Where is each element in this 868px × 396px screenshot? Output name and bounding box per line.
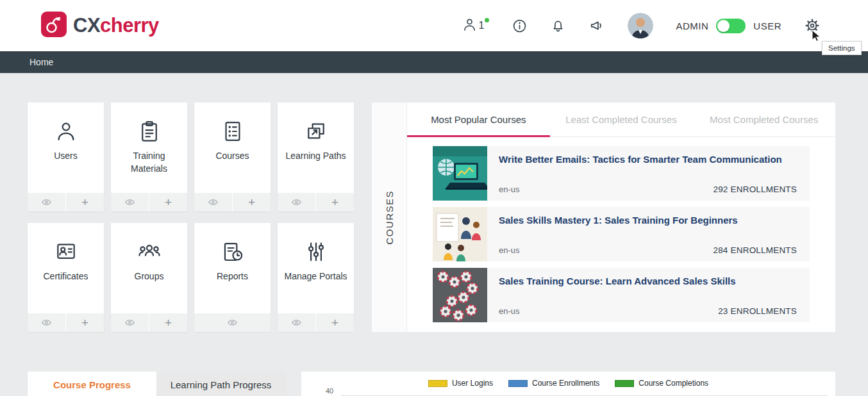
card-certificates: Certificates +: [28, 223, 104, 332]
add-training-material-button[interactable]: +: [149, 193, 187, 211]
groups-icon: [137, 240, 162, 264]
card-label: Learning Paths: [285, 149, 346, 162]
courses-side-rail: COURSES: [372, 103, 407, 332]
users-icon: [54, 119, 78, 144]
online-users-button[interactable]: 1: [462, 17, 490, 35]
add-learning-path-button[interactable]: +: [316, 193, 354, 211]
card-users-actions: +: [28, 193, 104, 211]
card-label: Certificates: [43, 270, 88, 283]
course-row[interactable]: Write Better Emails: Tactics for Smarter…: [433, 146, 810, 201]
card-courses-body[interactable]: Courses: [194, 103, 271, 193]
training-materials-icon: [137, 119, 162, 144]
view-courses-button[interactable]: [194, 193, 232, 211]
plus-icon: +: [81, 196, 88, 208]
settings-button[interactable]: [804, 17, 821, 34]
avatar[interactable]: [628, 13, 653, 38]
course-row[interactable]: Sales Skills Mastery 1: Sales Training F…: [433, 207, 810, 261]
tab-most-popular-courses[interactable]: Most Popular Courses: [407, 103, 550, 136]
eye-icon: [124, 197, 135, 208]
card-training-materials-body[interactable]: Training Materials: [111, 103, 187, 193]
top-bar: CXcherry 1: [0, 0, 868, 51]
tab-learning-path-progress[interactable]: Learning Path Progress: [156, 372, 285, 396]
role-toggle-group: ADMIN USER: [676, 19, 781, 33]
course-language: en-us: [499, 245, 520, 255]
legend-label: User Logins: [452, 379, 493, 388]
view-portals-button[interactable]: [278, 313, 315, 332]
legend-label: Course Completions: [638, 379, 708, 388]
eye-icon: [208, 197, 219, 208]
plus-icon: +: [331, 196, 338, 208]
tab-least-completed-courses[interactable]: Least Completed Courses: [550, 103, 693, 136]
view-certificates-button[interactable]: [28, 313, 65, 332]
view-users-button[interactable]: [28, 193, 65, 211]
add-course-button[interactable]: +: [233, 193, 271, 211]
view-groups-button[interactable]: [111, 313, 149, 332]
course-info: Write Better Emails: Tactics for Smarter…: [487, 146, 810, 201]
plus-icon: +: [165, 196, 172, 208]
eye-icon: [227, 317, 238, 328]
plus-icon: +: [331, 317, 338, 329]
card-label: Training Materials: [116, 149, 183, 176]
course-language: en-us: [499, 306, 520, 316]
card-learning-paths-body[interactable]: Learning Paths: [278, 103, 354, 193]
add-user-button[interactable]: +: [66, 193, 104, 211]
progress-chart-panel: User Logins Course Enrollments Course Co…: [301, 372, 835, 396]
cherry-logo-icon: [41, 12, 67, 40]
card-manage-portals-actions: +: [278, 313, 354, 332]
chart-legend: User Logins Course Enrollments Course Co…: [301, 372, 835, 388]
tab-most-completed-courses[interactable]: Most Completed Courses: [692, 103, 835, 136]
announcements-button[interactable]: [588, 17, 605, 34]
course-thumbnail: [433, 146, 487, 201]
logo-text: CXcherry: [73, 14, 159, 37]
course-thumbnail: [433, 207, 487, 261]
course-title: Sales Skills Mastery 1: Sales Training F…: [499, 213, 798, 227]
course-title: Write Better Emails: Tactics for Smarter…: [499, 153, 798, 167]
reports-icon: [221, 240, 245, 264]
course-language: en-us: [499, 185, 520, 194]
card-label: Users: [54, 149, 78, 162]
view-training-materials-button[interactable]: [111, 193, 149, 211]
card-groups: Groups +: [111, 223, 187, 332]
eye-icon: [291, 317, 302, 328]
plus-icon: +: [165, 317, 172, 329]
page: CXcherry 1: [0, 0, 868, 396]
courses-panel: Most Popular Courses Least Completed Cou…: [407, 103, 835, 332]
card-training-materials: Training Materials +: [111, 103, 187, 211]
legend-swatch-blue: [508, 380, 528, 387]
card-groups-body[interactable]: Groups: [111, 223, 187, 313]
card-reports-actions: [194, 313, 271, 332]
admin-label: ADMIN: [676, 21, 708, 31]
add-portal-button[interactable]: +: [316, 313, 354, 332]
course-row[interactable]: Sales Training Course: Learn Advanced Sa…: [433, 268, 810, 322]
course-info: Sales Skills Mastery 1: Sales Training F…: [487, 207, 810, 261]
card-users-body[interactable]: Users: [28, 103, 104, 193]
courses-panel-tabs: Most Popular Courses Least Completed Cou…: [407, 103, 835, 137]
eye-icon: [41, 317, 52, 328]
add-certificate-button[interactable]: +: [66, 313, 104, 332]
card-certificates-actions: +: [28, 313, 104, 332]
certificates-icon: [54, 240, 78, 264]
tab-course-progress[interactable]: Course Progress: [28, 372, 156, 396]
card-users: Users +: [28, 103, 104, 211]
course-list: Write Better Emails: Tactics for Smarter…: [407, 137, 835, 322]
online-users-count: 1: [479, 20, 485, 31]
card-certificates-body[interactable]: Certificates: [28, 223, 104, 313]
admin-user-toggle[interactable]: [716, 19, 746, 33]
legend-swatch-green: [615, 380, 634, 387]
legend-item-course-enrollments: Course Enrollments: [508, 379, 599, 388]
admin-shortcut-cards: Users + Training Material: [28, 103, 354, 332]
eye-icon: [291, 197, 302, 208]
card-manage-portals-body[interactable]: Manage Portals: [278, 223, 354, 313]
online-indicator-dot: [485, 18, 489, 22]
eye-icon: [124, 317, 135, 328]
info-button[interactable]: [512, 18, 528, 34]
breadcrumb-home[interactable]: Home: [29, 57, 53, 67]
course-thumbnail: [433, 268, 487, 322]
card-reports-body[interactable]: Reports: [194, 223, 271, 313]
view-learning-paths-button[interactable]: [278, 193, 315, 211]
add-group-button[interactable]: +: [149, 313, 187, 332]
logo[interactable]: CXcherry: [41, 12, 159, 40]
view-reports-button[interactable]: [194, 313, 271, 332]
logo-cherry: cherry: [100, 14, 159, 37]
notifications-button[interactable]: [550, 18, 566, 34]
